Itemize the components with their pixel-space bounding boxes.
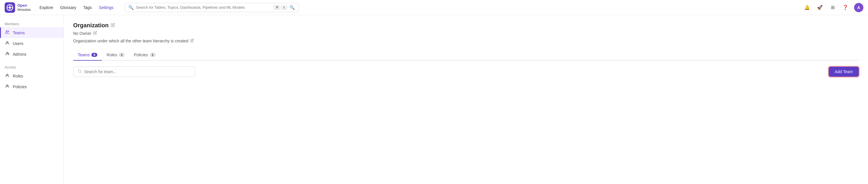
sidebar-item-policies[interactable]: Policies — [0, 81, 64, 92]
logo[interactable]: Open Metadata — [5, 2, 31, 13]
top-navigation: Open Metadata Explore Glossary Tags Sett… — [0, 0, 868, 15]
tab-teams-badge: 8 — [91, 53, 97, 57]
search-submit-icon[interactable]: 🔍 — [289, 5, 295, 10]
policies-icon — [5, 84, 10, 89]
sidebar-policies-label: Policies — [13, 85, 27, 89]
global-search-bar[interactable]: 🔍 ⌘ K 🔍 — [125, 3, 299, 12]
sidebar-teams-label: Teams — [13, 30, 25, 35]
logo-text-open: Open — [18, 3, 31, 8]
page-layout: Members Teams Users — [0, 15, 868, 184]
sidebar-admins-label: Admins — [13, 52, 26, 57]
nav-action-icons: 🔔 🚀 ⊞ ❓ A — [803, 3, 863, 12]
tab-policies-badge: 1 — [150, 53, 156, 57]
svg-point-10 — [6, 52, 8, 54]
rocket-icon[interactable]: 🚀 — [816, 3, 824, 11]
notifications-icon[interactable]: 🔔 — [803, 3, 811, 11]
svg-point-7 — [6, 31, 7, 32]
svg-point-13 — [79, 70, 81, 72]
team-search-icon — [78, 69, 82, 74]
edit-title-icon[interactable] — [111, 23, 115, 28]
main-content: Organization No Owner Organization under… — [64, 15, 868, 184]
svg-point-11 — [6, 74, 8, 75]
action-row: Add Team — [73, 66, 859, 77]
grid-icon[interactable]: ⊞ — [829, 3, 837, 11]
global-search-input[interactable] — [136, 5, 272, 9]
tab-roles-badge: 1 — [119, 53, 125, 57]
nav-glossary[interactable]: Glossary — [60, 4, 76, 11]
add-team-button[interactable]: Add Team — [829, 67, 859, 76]
kbd-cmd: ⌘ — [274, 5, 280, 10]
owner-label: No Owner — [73, 31, 91, 36]
sidebar-item-admins[interactable]: Admins — [0, 49, 64, 60]
logo-text-metadata: Metadata — [18, 8, 31, 11]
sidebar-section-members: Members Teams Users — [0, 20, 64, 60]
svg-point-2 — [9, 6, 11, 9]
svg-point-9 — [6, 41, 8, 43]
search-icon: 🔍 — [128, 5, 134, 10]
sidebar-section-members-label: Members — [0, 20, 64, 27]
page-title: Organization — [73, 22, 108, 29]
search-keyboard-shortcut: ⌘ K — [274, 5, 287, 10]
description-text: Organization under which all the other t… — [73, 39, 188, 43]
edit-description-icon[interactable] — [190, 39, 194, 43]
team-search-input[interactable] — [84, 69, 191, 74]
tab-teams-label: Teams — [78, 53, 90, 57]
nav-settings[interactable]: Settings — [98, 4, 114, 11]
sidebar-section-access: Access Roles Policies — [0, 63, 64, 92]
users-icon — [5, 41, 10, 46]
nav-explore[interactable]: Explore — [39, 4, 54, 11]
owner-row: No Owner — [73, 31, 859, 36]
tab-roles-label: Roles — [106, 53, 117, 57]
tab-policies[interactable]: Policies 1 — [129, 50, 160, 61]
admins-icon — [5, 51, 10, 57]
tab-policies-label: Policies — [134, 53, 148, 57]
page-title-row: Organization — [73, 22, 859, 29]
kbd-k: K — [281, 5, 287, 10]
sidebar-item-users[interactable]: Users — [0, 38, 64, 49]
team-search-bar[interactable] — [73, 66, 195, 77]
svg-point-12 — [6, 85, 8, 86]
teams-icon — [5, 30, 10, 35]
edit-owner-icon[interactable] — [93, 31, 97, 36]
help-icon[interactable]: ❓ — [841, 3, 849, 11]
user-avatar[interactable]: A — [854, 3, 863, 12]
sidebar: Members Teams Users — [0, 15, 64, 184]
svg-point-8 — [8, 31, 9, 32]
tab-roles[interactable]: Roles 1 — [102, 50, 129, 61]
sidebar-roles-label: Roles — [13, 74, 23, 79]
sidebar-section-access-label: Access — [0, 63, 64, 70]
sidebar-users-label: Users — [13, 41, 24, 46]
nav-tags[interactable]: Tags — [83, 4, 93, 11]
sidebar-item-teams[interactable]: Teams — [0, 27, 64, 38]
tab-teams[interactable]: Teams 8 — [73, 50, 102, 61]
content-tabs: Teams 8 Roles 1 Policies 1 — [73, 50, 859, 61]
sidebar-item-roles[interactable]: Roles — [0, 70, 64, 81]
roles-icon — [5, 73, 10, 79]
description-row: Organization under which all the other t… — [73, 39, 859, 43]
